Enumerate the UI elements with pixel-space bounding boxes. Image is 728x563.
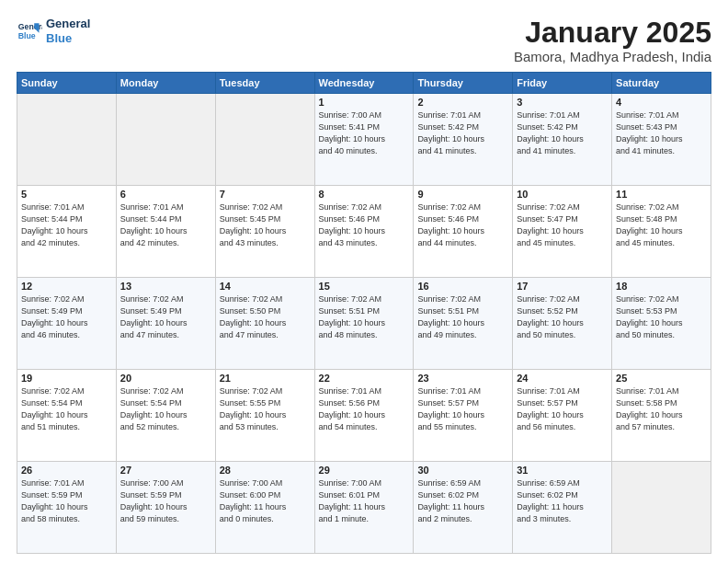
day-number: 26 xyxy=(21,465,112,476)
day-info: Sunrise: 7:02 AM Sunset: 5:45 PM Dayligh… xyxy=(220,201,311,249)
day-info: Sunrise: 6:59 AM Sunset: 6:02 PM Dayligh… xyxy=(517,477,608,525)
calendar-cell: 6Sunrise: 7:01 AM Sunset: 5:44 PM Daylig… xyxy=(116,186,215,278)
calendar-cell: 3Sunrise: 7:01 AM Sunset: 5:42 PM Daylig… xyxy=(513,94,612,186)
day-number: 2 xyxy=(417,97,508,108)
calendar-cell: 18Sunrise: 7:02 AM Sunset: 5:53 PM Dayli… xyxy=(612,278,711,370)
day-number: 14 xyxy=(220,281,311,292)
day-info: Sunrise: 7:02 AM Sunset: 5:48 PM Dayligh… xyxy=(616,201,707,249)
day-info: Sunrise: 7:01 AM Sunset: 5:59 PM Dayligh… xyxy=(21,477,112,525)
day-info: Sunrise: 7:01 AM Sunset: 5:57 PM Dayligh… xyxy=(417,385,508,433)
calendar-cell: 9Sunrise: 7:02 AM Sunset: 5:46 PM Daylig… xyxy=(414,186,513,278)
header: General Blue General Blue January 2025 B… xyxy=(17,17,711,64)
page: General Blue General Blue January 2025 B… xyxy=(0,0,728,563)
day-number: 3 xyxy=(517,97,608,108)
day-number: 12 xyxy=(21,281,112,292)
weekday-header-sunday: Sunday xyxy=(17,73,117,94)
day-number: 28 xyxy=(220,465,311,476)
weekday-header-wednesday: Wednesday xyxy=(314,73,414,94)
day-number: 9 xyxy=(417,189,508,200)
location-title: Bamora, Madhya Pradesh, India xyxy=(514,49,711,64)
day-info: Sunrise: 7:01 AM Sunset: 5:44 PM Dayligh… xyxy=(21,201,112,249)
calendar-cell xyxy=(215,94,314,186)
calendar-cell: 31Sunrise: 6:59 AM Sunset: 6:02 PM Dayli… xyxy=(513,462,612,554)
day-number: 25 xyxy=(616,373,707,384)
day-info: Sunrise: 7:02 AM Sunset: 5:46 PM Dayligh… xyxy=(319,201,410,249)
day-info: Sunrise: 7:01 AM Sunset: 5:43 PM Dayligh… xyxy=(616,109,707,157)
day-number: 29 xyxy=(319,465,410,476)
calendar-cell: 19Sunrise: 7:02 AM Sunset: 5:54 PM Dayli… xyxy=(17,370,117,462)
calendar-cell: 13Sunrise: 7:02 AM Sunset: 5:49 PM Dayli… xyxy=(116,278,215,370)
calendar-cell: 29Sunrise: 7:00 AM Sunset: 6:01 PM Dayli… xyxy=(314,462,414,554)
day-number: 31 xyxy=(517,465,608,476)
calendar-cell: 7Sunrise: 7:02 AM Sunset: 5:45 PM Daylig… xyxy=(215,186,314,278)
day-number: 19 xyxy=(21,373,112,384)
day-number: 13 xyxy=(120,281,211,292)
day-info: Sunrise: 7:02 AM Sunset: 5:55 PM Dayligh… xyxy=(220,385,311,433)
calendar-cell xyxy=(17,94,117,186)
day-number: 20 xyxy=(120,373,211,384)
month-title: January 2025 xyxy=(514,17,711,49)
day-info: Sunrise: 7:02 AM Sunset: 5:47 PM Dayligh… xyxy=(517,201,608,249)
day-number: 27 xyxy=(120,465,211,476)
day-info: Sunrise: 7:02 AM Sunset: 5:50 PM Dayligh… xyxy=(220,293,311,341)
day-number: 4 xyxy=(616,97,707,108)
day-info: Sunrise: 7:00 AM Sunset: 5:41 PM Dayligh… xyxy=(319,109,410,157)
weekday-header-friday: Friday xyxy=(513,73,612,94)
calendar-cell: 23Sunrise: 7:01 AM Sunset: 5:57 PM Dayli… xyxy=(414,370,513,462)
day-info: Sunrise: 7:00 AM Sunset: 6:00 PM Dayligh… xyxy=(220,477,311,525)
calendar-cell: 24Sunrise: 7:01 AM Sunset: 5:57 PM Dayli… xyxy=(513,370,612,462)
day-info: Sunrise: 7:01 AM Sunset: 5:44 PM Dayligh… xyxy=(120,201,211,249)
weekday-header-monday: Monday xyxy=(116,73,215,94)
calendar-week-3: 12Sunrise: 7:02 AM Sunset: 5:49 PM Dayli… xyxy=(17,278,711,370)
calendar-cell: 12Sunrise: 7:02 AM Sunset: 5:49 PM Dayli… xyxy=(17,278,117,370)
day-info: Sunrise: 7:01 AM Sunset: 5:57 PM Dayligh… xyxy=(517,385,608,433)
day-number: 30 xyxy=(417,465,508,476)
day-info: Sunrise: 7:02 AM Sunset: 5:53 PM Dayligh… xyxy=(616,293,707,341)
weekday-header-saturday: Saturday xyxy=(612,73,711,94)
calendar-cell: 22Sunrise: 7:01 AM Sunset: 5:56 PM Dayli… xyxy=(314,370,414,462)
calendar-cell: 15Sunrise: 7:02 AM Sunset: 5:51 PM Dayli… xyxy=(314,278,414,370)
day-info: Sunrise: 7:02 AM Sunset: 5:54 PM Dayligh… xyxy=(120,385,211,433)
calendar-cell: 30Sunrise: 6:59 AM Sunset: 6:02 PM Dayli… xyxy=(414,462,513,554)
calendar-cell: 14Sunrise: 7:02 AM Sunset: 5:50 PM Dayli… xyxy=(215,278,314,370)
calendar-table: SundayMondayTuesdayWednesdayThursdayFrid… xyxy=(17,72,711,554)
day-info: Sunrise: 7:01 AM Sunset: 5:58 PM Dayligh… xyxy=(616,385,707,433)
calendar-cell: 28Sunrise: 7:00 AM Sunset: 6:00 PM Dayli… xyxy=(215,462,314,554)
day-info: Sunrise: 7:01 AM Sunset: 5:42 PM Dayligh… xyxy=(417,109,508,157)
calendar-cell: 1Sunrise: 7:00 AM Sunset: 5:41 PM Daylig… xyxy=(314,94,414,186)
calendar-cell: 21Sunrise: 7:02 AM Sunset: 5:55 PM Dayli… xyxy=(215,370,314,462)
calendar-cell: 2Sunrise: 7:01 AM Sunset: 5:42 PM Daylig… xyxy=(414,94,513,186)
day-number: 24 xyxy=(517,373,608,384)
calendar-week-1: 1Sunrise: 7:00 AM Sunset: 5:41 PM Daylig… xyxy=(17,94,711,186)
day-number: 1 xyxy=(319,97,410,108)
day-info: Sunrise: 7:02 AM Sunset: 5:49 PM Dayligh… xyxy=(120,293,211,341)
day-number: 6 xyxy=(120,189,211,200)
day-number: 21 xyxy=(220,373,311,384)
calendar-week-4: 19Sunrise: 7:02 AM Sunset: 5:54 PM Dayli… xyxy=(17,370,711,462)
day-info: Sunrise: 7:02 AM Sunset: 5:51 PM Dayligh… xyxy=(417,293,508,341)
calendar-cell: 16Sunrise: 7:02 AM Sunset: 5:51 PM Dayli… xyxy=(414,278,513,370)
day-info: Sunrise: 7:02 AM Sunset: 5:52 PM Dayligh… xyxy=(517,293,608,341)
calendar-cell: 11Sunrise: 7:02 AM Sunset: 5:48 PM Dayli… xyxy=(612,186,711,278)
calendar-cell xyxy=(612,462,711,554)
calendar-week-5: 26Sunrise: 7:01 AM Sunset: 5:59 PM Dayli… xyxy=(17,462,711,554)
day-number: 7 xyxy=(220,189,311,200)
calendar-cell: 26Sunrise: 7:01 AM Sunset: 5:59 PM Dayli… xyxy=(17,462,117,554)
calendar-cell: 5Sunrise: 7:01 AM Sunset: 5:44 PM Daylig… xyxy=(17,186,117,278)
calendar-header-row: SundayMondayTuesdayWednesdayThursdayFrid… xyxy=(17,73,711,94)
logo: General Blue General Blue xyxy=(17,17,90,45)
title-block: January 2025 Bamora, Madhya Pradesh, Ind… xyxy=(514,17,711,64)
logo-general: General xyxy=(46,17,90,31)
day-info: Sunrise: 7:02 AM Sunset: 5:51 PM Dayligh… xyxy=(319,293,410,341)
day-info: Sunrise: 7:02 AM Sunset: 5:49 PM Dayligh… xyxy=(21,293,112,341)
day-number: 16 xyxy=(417,281,508,292)
logo-icon: General Blue xyxy=(17,18,42,44)
day-number: 22 xyxy=(319,373,410,384)
day-number: 15 xyxy=(319,281,410,292)
day-info: Sunrise: 7:01 AM Sunset: 5:56 PM Dayligh… xyxy=(319,385,410,433)
weekday-header-thursday: Thursday xyxy=(414,73,513,94)
calendar-cell: 4Sunrise: 7:01 AM Sunset: 5:43 PM Daylig… xyxy=(612,94,711,186)
weekday-header-tuesday: Tuesday xyxy=(215,73,314,94)
calendar-cell xyxy=(116,94,215,186)
day-info: Sunrise: 7:02 AM Sunset: 5:54 PM Dayligh… xyxy=(21,385,112,433)
